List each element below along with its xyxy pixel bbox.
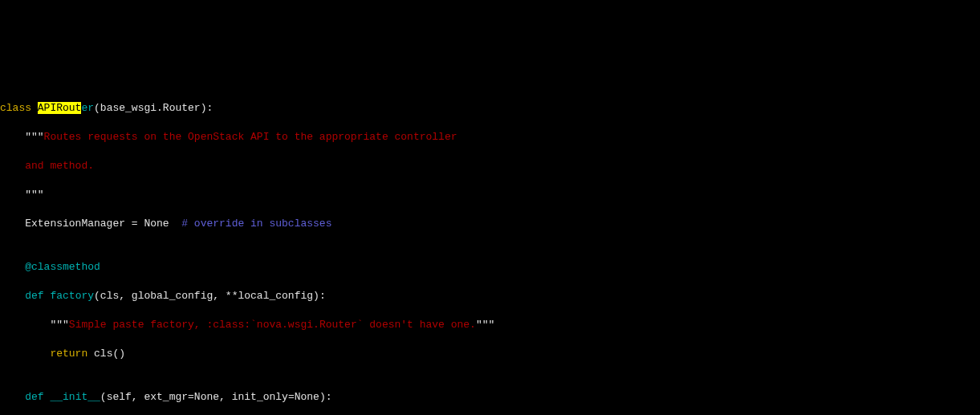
return-expr: cls() <box>94 348 125 360</box>
code-line: def factory(cls, global_config, **local_… <box>0 289 980 303</box>
code-line: and method. <box>0 159 980 173</box>
search-highlight: APIRout <box>38 102 82 114</box>
keyword-return: return <box>0 348 94 360</box>
class-name-suffix: er <box>81 102 94 114</box>
comment: # override in subclasses <box>169 218 332 230</box>
function-signature: (cls, global_config, **local_config): <box>94 290 326 302</box>
function-signature: (self, ext_mgr=None, init_only=None): <box>100 391 332 403</box>
code-line: """Simple paste factory, :class:`nova.ws… <box>0 318 980 332</box>
code-line: @classmethod <box>0 260 980 275</box>
keyword-def: def <box>0 290 50 302</box>
keyword-class: class <box>0 102 38 114</box>
class-bases: (base_wsgi.Router): <box>94 102 213 114</box>
docstring-quotes: """ <box>0 131 44 143</box>
code-line: """ <box>0 188 980 202</box>
assignment: ExtensionManager = None <box>0 218 169 230</box>
function-name: factory <box>50 290 94 302</box>
blank-line <box>0 72 980 87</box>
keyword-def: def <box>0 391 50 403</box>
docstring-quotes: """ <box>0 189 44 201</box>
function-name: __init__ <box>50 391 100 403</box>
docstring-text: and method. <box>0 160 94 172</box>
code-line: """Routes requests on the OpenStack API … <box>0 130 980 144</box>
code-line: ExtensionManager = None # override in su… <box>0 217 980 231</box>
code-editor[interactable]: class APIRouter(base_wsgi.Router): """Ro… <box>0 58 980 415</box>
docstring-quotes: """ <box>0 319 69 331</box>
docstring-quotes: """ <box>476 319 494 331</box>
code-line: return cls() <box>0 347 980 361</box>
docstring-text: Routes requests on the OpenStack API to … <box>44 131 457 143</box>
docstring-text: Simple paste factory, :class:`nova.wsgi.… <box>69 319 476 331</box>
decorator: @classmethod <box>0 261 100 273</box>
code-line: class APIRouter(base_wsgi.Router): <box>0 101 980 116</box>
code-line: def __init__(self, ext_mgr=None, init_on… <box>0 390 980 405</box>
